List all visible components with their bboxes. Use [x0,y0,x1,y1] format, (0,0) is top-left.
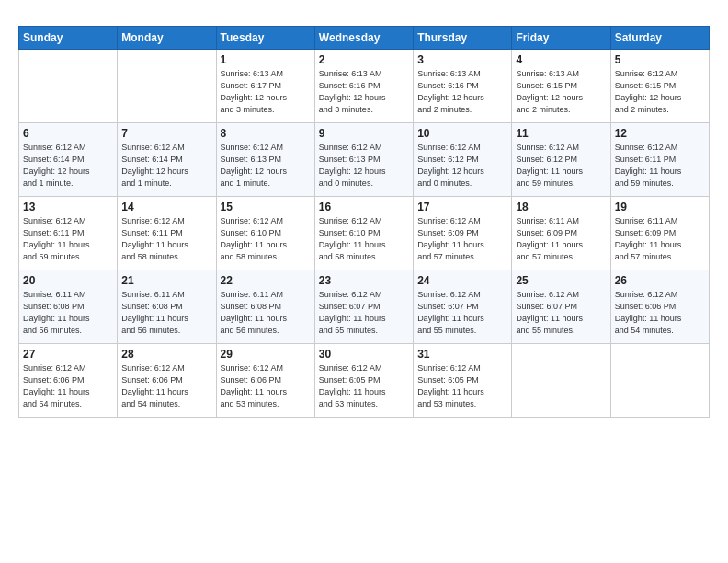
day-number: 10 [417,127,507,140]
calendar-cell: 2Sunrise: 6:13 AM Sunset: 6:16 PM Daylig… [314,50,413,123]
calendar-cell: 5Sunrise: 6:12 AM Sunset: 6:15 PM Daylig… [610,50,709,123]
calendar-cell: 25Sunrise: 6:12 AM Sunset: 6:07 PM Dayli… [512,270,610,344]
day-number: 29 [221,348,311,361]
calendar-cell: 30Sunrise: 6:12 AM Sunset: 6:05 PM Dayli… [314,344,413,418]
day-info: Sunrise: 6:12 AM Sunset: 6:13 PM Dayligh… [319,142,409,190]
calendar-cell: 18Sunrise: 6:11 AM Sunset: 6:09 PM Dayli… [512,197,610,270]
day-number: 6 [23,127,113,140]
day-number: 21 [121,274,211,287]
day-info: Sunrise: 6:12 AM Sunset: 6:12 PM Dayligh… [516,142,606,190]
day-number: 13 [23,201,113,213]
day-number: 22 [221,274,311,287]
calendar-cell: 23Sunrise: 6:12 AM Sunset: 6:07 PM Dayli… [314,270,413,344]
calendar-cell: 19Sunrise: 6:11 AM Sunset: 6:09 PM Dayli… [610,197,709,270]
day-number: 4 [516,53,606,66]
day-info: Sunrise: 6:12 AM Sunset: 6:11 PM Dayligh… [121,215,211,263]
week-row-2: 6Sunrise: 6:12 AM Sunset: 6:14 PM Daylig… [19,123,710,197]
weekday-header-wednesday: Wednesday [314,27,413,50]
calendar-cell: 28Sunrise: 6:12 AM Sunset: 6:06 PM Dayli… [118,344,216,418]
day-info: Sunrise: 6:12 AM Sunset: 6:12 PM Dayligh… [417,142,507,190]
day-info: Sunrise: 6:12 AM Sunset: 6:11 PM Dayligh… [615,142,705,190]
calendar-cell: 16Sunrise: 6:12 AM Sunset: 6:10 PM Dayli… [314,197,413,270]
day-info: Sunrise: 6:12 AM Sunset: 6:06 PM Dayligh… [23,362,113,410]
weekday-header-monday: Monday [118,27,216,50]
calendar-cell: 7Sunrise: 6:12 AM Sunset: 6:14 PM Daylig… [118,123,216,197]
day-number: 24 [417,274,507,287]
week-row-4: 20Sunrise: 6:11 AM Sunset: 6:08 PM Dayli… [19,270,710,344]
day-info: Sunrise: 6:12 AM Sunset: 6:07 PM Dayligh… [516,289,606,337]
day-info: Sunrise: 6:12 AM Sunset: 6:06 PM Dayligh… [121,362,211,410]
header: General Blue [18,15,710,17]
calendar-cell [610,344,709,418]
calendar-cell [512,344,610,418]
weekday-header-tuesday: Tuesday [216,27,314,50]
day-number: 9 [319,127,409,140]
day-info: Sunrise: 6:12 AM Sunset: 6:09 PM Dayligh… [417,215,507,263]
week-row-5: 27Sunrise: 6:12 AM Sunset: 6:06 PM Dayli… [19,344,710,418]
calendar-cell: 26Sunrise: 6:12 AM Sunset: 6:06 PM Dayli… [610,270,709,344]
day-number: 5 [615,53,705,66]
calendar-cell: 12Sunrise: 6:12 AM Sunset: 6:11 PM Dayli… [610,123,709,197]
calendar-cell: 21Sunrise: 6:11 AM Sunset: 6:08 PM Dayli… [118,270,216,344]
day-number: 26 [615,274,705,287]
day-number: 19 [615,201,705,213]
page: General Blue SundayMondayTuesdayWednesda… [0,0,728,563]
day-number: 20 [23,274,113,287]
day-number: 15 [221,201,311,213]
calendar-cell: 11Sunrise: 6:12 AM Sunset: 6:12 PM Dayli… [512,123,610,197]
week-row-3: 13Sunrise: 6:12 AM Sunset: 6:11 PM Dayli… [19,197,710,270]
day-info: Sunrise: 6:11 AM Sunset: 6:08 PM Dayligh… [23,289,113,337]
day-info: Sunrise: 6:13 AM Sunset: 6:15 PM Dayligh… [516,68,606,116]
day-number: 28 [121,348,211,361]
day-number: 7 [121,127,211,140]
day-number: 12 [615,127,705,140]
week-row-1: 1Sunrise: 6:13 AM Sunset: 6:17 PM Daylig… [19,50,710,123]
day-info: Sunrise: 6:13 AM Sunset: 6:16 PM Dayligh… [417,68,507,116]
day-number: 11 [516,127,606,140]
calendar-cell: 22Sunrise: 6:11 AM Sunset: 6:08 PM Dayli… [216,270,314,344]
day-info: Sunrise: 6:12 AM Sunset: 6:07 PM Dayligh… [417,289,507,337]
calendar-cell: 6Sunrise: 6:12 AM Sunset: 6:14 PM Daylig… [19,123,118,197]
calendar-table: SundayMondayTuesdayWednesdayThursdayFrid… [18,26,710,418]
calendar-cell: 29Sunrise: 6:12 AM Sunset: 6:06 PM Dayli… [216,344,314,418]
day-info: Sunrise: 6:12 AM Sunset: 6:06 PM Dayligh… [615,289,705,337]
day-number: 31 [417,348,507,361]
day-info: Sunrise: 6:12 AM Sunset: 6:10 PM Dayligh… [319,215,409,263]
day-number: 27 [23,348,113,361]
weekday-header-thursday: Thursday [414,27,512,50]
calendar-cell [118,50,216,123]
day-info: Sunrise: 6:12 AM Sunset: 6:13 PM Dayligh… [221,142,311,190]
calendar-cell: 27Sunrise: 6:12 AM Sunset: 6:06 PM Dayli… [19,344,118,418]
calendar-cell: 1Sunrise: 6:13 AM Sunset: 6:17 PM Daylig… [216,50,314,123]
day-info: Sunrise: 6:12 AM Sunset: 6:15 PM Dayligh… [615,68,705,116]
day-info: Sunrise: 6:12 AM Sunset: 6:11 PM Dayligh… [23,215,113,263]
day-number: 3 [417,53,507,66]
calendar-cell: 15Sunrise: 6:12 AM Sunset: 6:10 PM Dayli… [216,197,314,270]
day-info: Sunrise: 6:12 AM Sunset: 6:14 PM Dayligh… [23,142,113,190]
calendar-cell: 14Sunrise: 6:12 AM Sunset: 6:11 PM Dayli… [118,197,216,270]
calendar-cell: 8Sunrise: 6:12 AM Sunset: 6:13 PM Daylig… [216,123,314,197]
day-info: Sunrise: 6:12 AM Sunset: 6:07 PM Dayligh… [319,289,409,337]
calendar-cell: 3Sunrise: 6:13 AM Sunset: 6:16 PM Daylig… [414,50,512,123]
weekday-header-friday: Friday [512,27,610,50]
calendar-cell: 31Sunrise: 6:12 AM Sunset: 6:05 PM Dayli… [414,344,512,418]
day-number: 17 [417,201,507,213]
day-info: Sunrise: 6:12 AM Sunset: 6:05 PM Dayligh… [417,362,507,410]
weekday-header-sunday: Sunday [19,27,118,50]
day-info: Sunrise: 6:13 AM Sunset: 6:16 PM Dayligh… [319,68,409,116]
day-info: Sunrise: 6:11 AM Sunset: 6:09 PM Dayligh… [615,215,705,263]
day-info: Sunrise: 6:11 AM Sunset: 6:08 PM Dayligh… [221,289,311,337]
day-number: 8 [221,127,311,140]
calendar-cell: 13Sunrise: 6:12 AM Sunset: 6:11 PM Dayli… [19,197,118,270]
day-number: 18 [516,201,606,213]
day-number: 23 [319,274,409,287]
day-number: 16 [319,201,409,213]
day-info: Sunrise: 6:12 AM Sunset: 6:05 PM Dayligh… [319,362,409,410]
day-info: Sunrise: 6:11 AM Sunset: 6:08 PM Dayligh… [121,289,211,337]
calendar-cell: 20Sunrise: 6:11 AM Sunset: 6:08 PM Dayli… [19,270,118,344]
day-number: 25 [516,274,606,287]
day-number: 1 [221,53,311,66]
calendar-cell: 9Sunrise: 6:12 AM Sunset: 6:13 PM Daylig… [314,123,413,197]
calendar-cell [19,50,118,123]
day-number: 30 [319,348,409,361]
